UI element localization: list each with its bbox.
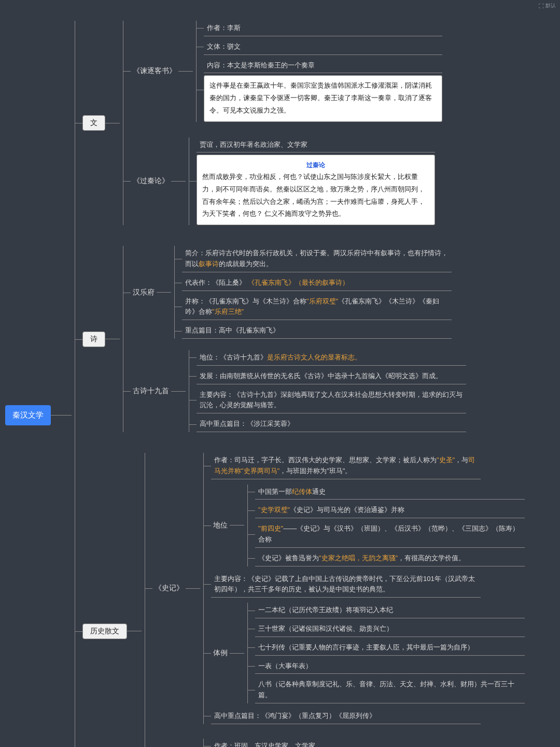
leaf-gushi-pos: 地位：《古诗十九首》是乐府古诗文人化的显著标志。 bbox=[197, 350, 466, 366]
root-node[interactable]: 秦汉文学 bbox=[5, 405, 51, 425]
leaf-gushi-dev: 发展：由南朝萧统从传世的无名氏《古诗》中选录十九首编入《昭明文选》而成。 bbox=[197, 369, 466, 384]
leaf-author: 作者：李斯 bbox=[204, 21, 442, 36]
toolbar: ⛶ 默认 bbox=[539, 2, 556, 9]
leaf-yuefu-focus: 重点篇目：高中《孔雀东南飞》 bbox=[182, 323, 452, 339]
fullscreen-icon[interactable]: ⛶ bbox=[539, 3, 544, 9]
leaf-shiji-content: 主要内容：《史记》记载了上自中国上古传说的黄帝时代，下至公元前101年（汉武帝太… bbox=[211, 572, 481, 598]
leaf-gushi-focus: 高中重点篇目：《涉江采芙蓉》 bbox=[197, 417, 466, 432]
leaf-hanshu-author: 作者：班固，东汉史学家、文学家。 bbox=[211, 739, 325, 747]
mindmap-canvas[interactable]: ⛶ 默认 秦汉文学 文 《谏逐客书》 作者：李斯 文体：骈文 bbox=[0, 0, 560, 747]
leaf-content-wrap: 内容：本文是李斯给秦王的一个奏章 这件事是在秦王嬴政十年。秦国宗室贵族借韩国派水… bbox=[204, 58, 442, 122]
node-yuefu[interactable]: 汉乐府 bbox=[131, 287, 157, 298]
node-wen[interactable]: 文 bbox=[82, 115, 105, 131]
leaf-tili4: 一表（大事年表） bbox=[255, 659, 525, 674]
leaf-pos4: 《史记》被鲁迅誉为"史家之绝唱，无韵之离骚"，有很高的文学价值。 bbox=[255, 551, 525, 566]
leaf-shiji-author: 作者：司马迁，字子长。西汉伟大的史学家、思想家、文学家；被后人称为"史圣"，与司… bbox=[211, 453, 481, 479]
node-jianzhukeshu[interactable]: 《谏逐客书》 bbox=[131, 65, 178, 77]
leaf-pos2: "史学双璧"《史记》与司马光的《资治通鉴》并称 bbox=[255, 503, 525, 518]
leaf-tili3: 七十列传（记重要人物的言行事迹，主要叙人臣，其中最后一篇为自序） bbox=[255, 640, 525, 656]
note-title: 过秦论 bbox=[202, 159, 429, 171]
leaf-shiji-focus: 高中重点篇目：《鸿门宴》（重点复习）《屈原列传》 bbox=[211, 709, 481, 724]
leaf-pos1: 中国第一部纪传体通史 bbox=[255, 485, 525, 500]
leaf-style: 文体：骈文 bbox=[204, 39, 442, 55]
leaf-guoqin-author: 贾谊，西汉初年著名政治家、文学家 bbox=[197, 137, 435, 153]
node-shi[interactable]: 诗 bbox=[82, 331, 105, 347]
toolbar-label: 默认 bbox=[545, 2, 556, 9]
node-shiji-pos[interactable]: 地位 bbox=[211, 520, 230, 531]
note-guoqin: 过秦论 然而成败异变，功业相反，何也？试使山东之国与陈涉度长絜大，比权量力，则不… bbox=[197, 155, 435, 225]
leaf-yuefu-rep: 代表作：《陌上桑》 《孔雀东南飞》（最长的叙事诗） bbox=[182, 275, 452, 291]
node-shiji-tili[interactable]: 体例 bbox=[211, 647, 230, 659]
leaf-tili5: 八书（记各种典章制度记礼、乐、音律、历法、天文、封禅、水利、财用）共一百三十篇。 bbox=[255, 677, 525, 703]
leaf-tili2: 三十世家（记诸侯国和汉代诸侯、勋贵兴亡） bbox=[255, 621, 525, 637]
leaf-tili1: 一二本纪（记历代帝王政绩）将项羽记入本纪 bbox=[255, 603, 525, 618]
node-guoqinlun[interactable]: 《过秦论》 bbox=[131, 175, 171, 187]
leaf-content: 内容：本文是李斯给秦王的一个奏章 bbox=[204, 58, 442, 74]
leaf-yuefu-alias: 并称：《孔雀东南飞》与《木兰诗》合称"乐府双璧"《孔雀东南飞》《木兰诗》《秦妇吟… bbox=[182, 294, 452, 321]
node-shiji[interactable]: 《史记》 bbox=[152, 583, 186, 594]
leaf-pos3: "前四史"——《史记》与《汉书》（班固）、《后汉书》（范晔）、《三国志》（陈寿）… bbox=[255, 521, 525, 548]
leaf-guoqin: 贾谊，西汉初年著名政治家、文学家 过秦论 然而成败异变，功业相反，何也？试使山东… bbox=[197, 137, 435, 226]
note-body-hl: 仁义不施而攻守之势异也。 bbox=[264, 210, 345, 217]
node-gushi19[interactable]: 古诗十九首 bbox=[131, 385, 171, 397]
node-sanwen[interactable]: 历史散文 bbox=[82, 624, 127, 639]
leaf-gushi-content: 主要内容：《古诗十九首》深刻地再现了文人在汉末社会思想大转变时期，追求的幻灭与沉… bbox=[197, 388, 466, 414]
note-jianzhu: 这件事是在秦王嬴政十年。秦国宗室贵族借韩国派水工修灌溉渠，阴谋消耗秦的国力，谏秦… bbox=[204, 75, 442, 121]
leaf-yuefu-intro: 简介：乐府诗古代时的音乐行政机关，初设于秦。两汉乐府诗中有叙事诗，也有抒情诗，而… bbox=[182, 246, 452, 272]
